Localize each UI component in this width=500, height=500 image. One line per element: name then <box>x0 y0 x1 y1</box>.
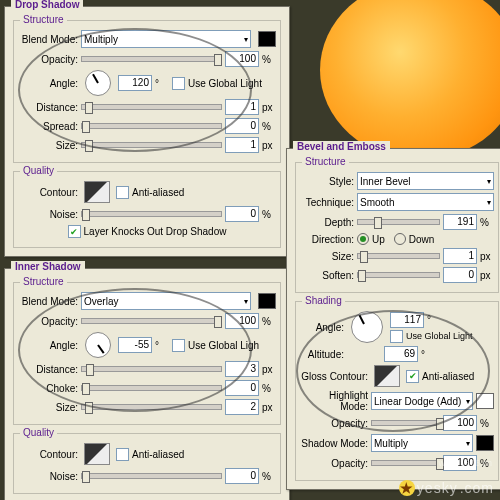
label: Size: <box>18 402 78 413</box>
label: Direction: <box>300 234 354 245</box>
angle-input[interactable]: -55 <box>118 337 152 353</box>
label: Blend Mode: <box>18 296 78 307</box>
watermark: ★yesky.com <box>399 480 494 496</box>
label: Angle: <box>18 78 78 89</box>
antialias-checkbox[interactable] <box>116 186 129 199</box>
label: Angle: <box>300 322 344 333</box>
antialias-checkbox[interactable] <box>116 448 129 461</box>
angle-dial[interactable] <box>85 332 111 358</box>
highlight-opacity-slider[interactable] <box>371 420 440 426</box>
select-value: Smooth <box>360 197 394 208</box>
contour-picker[interactable] <box>84 443 110 465</box>
angle-input[interactable]: 120 <box>118 75 152 91</box>
blend-mode-select[interactable]: Overlay <box>81 292 251 310</box>
label: Highlight Mode: <box>300 390 368 412</box>
label: Contour: <box>18 187 78 198</box>
bevel-emboss-panel: Bevel and Emboss Structure Style:Inner B… <box>286 148 500 490</box>
drop-shadow-panel: Drop Shadow Structure Blend Mode:Multipl… <box>4 6 290 257</box>
label: Technique: <box>300 197 354 208</box>
label: Opacity: <box>18 54 78 65</box>
blend-mode-select[interactable]: Multiply <box>81 30 251 48</box>
depth-input[interactable]: 191 <box>443 214 477 230</box>
angle-input[interactable]: 117 <box>390 312 424 328</box>
unit: % <box>480 418 494 429</box>
panel-title: Drop Shadow <box>11 0 83 10</box>
antialias-checkbox[interactable]: ✔ <box>406 370 419 383</box>
label: Opacity: <box>300 458 368 469</box>
global-light-checkbox[interactable] <box>172 339 185 352</box>
distance-slider[interactable] <box>81 366 222 372</box>
shadow-color[interactable] <box>476 435 494 451</box>
spread-input[interactable]: 0 <box>225 118 259 134</box>
color-swatch[interactable] <box>258 293 276 309</box>
contour-picker[interactable] <box>84 181 110 203</box>
unit: ° <box>427 314 431 325</box>
opacity-slider[interactable] <box>81 318 222 324</box>
label: Depth: <box>300 217 354 228</box>
label: Distance: <box>18 102 78 113</box>
depth-slider[interactable] <box>357 219 440 225</box>
distance-input[interactable]: 3 <box>225 361 259 377</box>
size-slider[interactable] <box>81 404 222 410</box>
size-input[interactable]: 2 <box>225 399 259 415</box>
direction-up-radio[interactable] <box>357 233 369 245</box>
select-value: Inner Bevel <box>360 176 411 187</box>
size-slider[interactable] <box>357 253 440 259</box>
technique-select[interactable]: Smooth <box>357 193 494 211</box>
unit: ° <box>155 78 169 89</box>
distance-input[interactable]: 1 <box>225 99 259 115</box>
highlight-color[interactable] <box>476 393 494 409</box>
color-swatch[interactable] <box>258 31 276 47</box>
quality-section: Quality Contour:Anti-aliased Noise:0% <box>13 433 281 494</box>
direction-down-radio[interactable] <box>394 233 406 245</box>
checkbox-label: Anti-aliased <box>132 187 184 198</box>
soften-slider[interactable] <box>357 272 440 278</box>
knockout-checkbox[interactable]: ✔ <box>68 225 81 238</box>
spread-slider[interactable] <box>81 123 222 129</box>
altitude-input[interactable]: 69 <box>384 346 418 362</box>
highlight-opacity-input[interactable]: 100 <box>443 415 477 431</box>
noise-input[interactable]: 0 <box>225 468 259 484</box>
choke-input[interactable]: 0 <box>225 380 259 396</box>
size-input[interactable]: 1 <box>443 248 477 264</box>
label: Shadow Mode: <box>300 438 368 449</box>
inner-shadow-panel: Inner Shadow Structure Blend Mode:Overla… <box>4 268 290 500</box>
unit: % <box>262 316 276 327</box>
unit: px <box>480 251 494 262</box>
style-select[interactable]: Inner Bevel <box>357 172 494 190</box>
opacity-input[interactable]: 100 <box>225 313 259 329</box>
soften-input[interactable]: 0 <box>443 267 477 283</box>
label: Distance: <box>18 364 78 375</box>
size-input[interactable]: 1 <box>225 137 259 153</box>
checkbox-label: Use Global Ligh <box>188 340 259 351</box>
size-slider[interactable] <box>81 142 222 148</box>
angle-dial[interactable] <box>85 70 111 96</box>
label: Noise: <box>18 471 78 482</box>
label: Opacity: <box>300 418 368 429</box>
shadow-opacity-slider[interactable] <box>371 460 440 466</box>
unit: px <box>262 140 276 151</box>
watermark-text: yesky <box>417 480 458 496</box>
radio-label: Down <box>409 234 435 245</box>
highlight-mode-select[interactable]: Linear Dodge (Add) <box>371 392 473 410</box>
select-value: Overlay <box>84 296 118 307</box>
gloss-contour-picker[interactable] <box>374 365 400 387</box>
unit: px <box>262 364 276 375</box>
noise-input[interactable]: 0 <box>225 206 259 222</box>
label: Contour: <box>18 449 78 460</box>
choke-slider[interactable] <box>81 385 222 391</box>
global-light-checkbox[interactable] <box>390 330 403 343</box>
angle-dial[interactable] <box>351 311 383 343</box>
distance-slider[interactable] <box>81 104 222 110</box>
shadow-mode-select[interactable]: Multiply <box>371 434 473 452</box>
noise-slider[interactable] <box>81 473 222 479</box>
label: Spread: <box>18 121 78 132</box>
opacity-input[interactable]: 100 <box>225 51 259 67</box>
unit: % <box>262 209 276 220</box>
unit: ° <box>421 349 425 360</box>
opacity-slider[interactable] <box>81 56 222 62</box>
global-light-checkbox[interactable] <box>172 77 185 90</box>
unit: px <box>480 270 494 281</box>
noise-slider[interactable] <box>81 211 222 217</box>
structure-section: Structure Style:Inner Bevel Technique:Sm… <box>295 162 499 293</box>
